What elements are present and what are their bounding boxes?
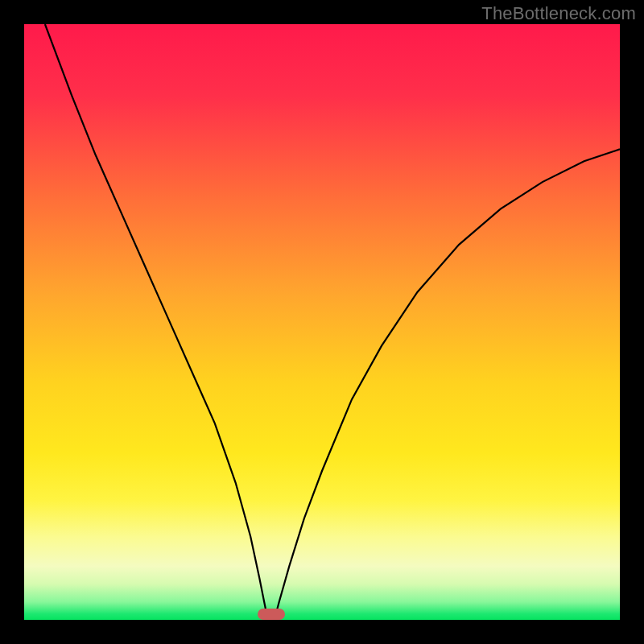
curve-left [45, 24, 269, 620]
chart-frame: TheBottleneck.com [0, 0, 644, 644]
plot-area [24, 24, 620, 620]
curve-right [275, 149, 620, 620]
bottleneck-marker [258, 609, 284, 620]
curve-svg [24, 24, 620, 620]
watermark-text: TheBottleneck.com [481, 3, 636, 24]
